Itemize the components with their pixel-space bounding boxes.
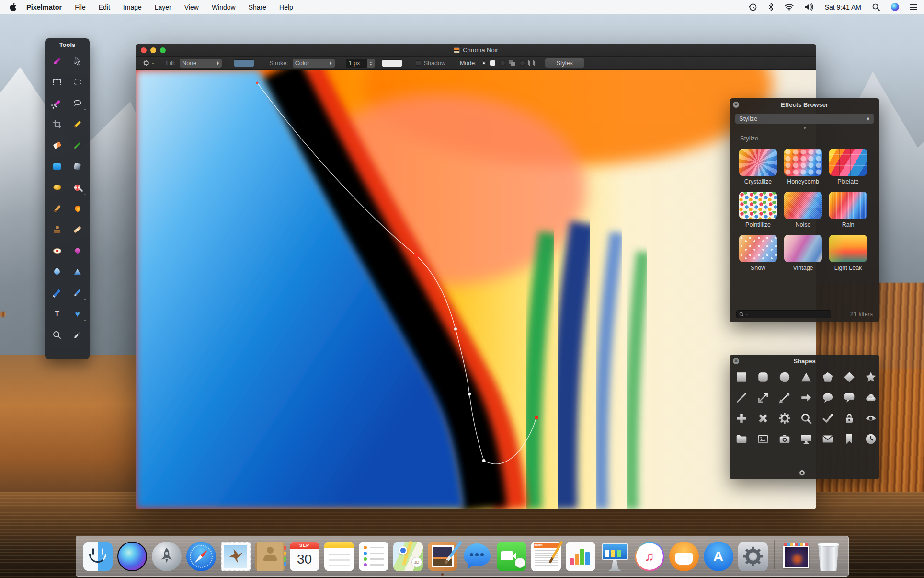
tool-gradient[interactable]	[68, 157, 87, 175]
shape-folder[interactable]	[734, 432, 749, 446]
dock-contacts[interactable]	[255, 542, 285, 571]
canvas[interactable]	[136, 70, 816, 509]
dock-messages[interactable]	[462, 542, 492, 571]
mode-radio-overlap[interactable]	[500, 60, 505, 66]
dock-itunes[interactable]	[635, 542, 664, 571]
time-machine-icon[interactable]	[749, 3, 757, 12]
tool-crop[interactable]	[48, 115, 66, 133]
path-anchor[interactable]	[482, 459, 486, 462]
stroke-popup[interactable]: Color▲▼	[293, 59, 335, 68]
tool-dodge[interactable]	[48, 178, 66, 197]
path-cursor-point[interactable]	[535, 416, 538, 419]
shape-speech-bubble[interactable]	[821, 391, 835, 405]
close-panel-button[interactable]: ✕	[733, 102, 739, 108]
tool-elliptical-marquee[interactable]	[68, 73, 87, 91]
menu-help[interactable]: Help	[279, 3, 293, 11]
tool-red-eye[interactable]	[48, 242, 66, 260]
path-anchor[interactable]	[454, 327, 457, 331]
shape-circle[interactable]	[777, 370, 792, 384]
styles-button[interactable]: Styles	[545, 58, 584, 68]
shape-bookmark[interactable]	[842, 432, 856, 446]
mode-radio-outline[interactable]	[520, 60, 525, 66]
zoom-window-button[interactable]	[160, 47, 166, 53]
dock-pages[interactable]: PAGES	[531, 542, 561, 571]
volume-icon[interactable]	[805, 3, 814, 11]
dock-keynote[interactable]	[600, 542, 630, 571]
shape-cloud[interactable]	[864, 391, 878, 405]
path-start-point[interactable]	[256, 81, 259, 84]
spotlight-icon[interactable]	[872, 3, 880, 11]
window-titlebar[interactable]: Chroma Noir	[136, 44, 816, 57]
menu-app-name[interactable]: Pixelmator	[26, 3, 62, 11]
tool-sharpen[interactable]	[68, 263, 87, 281]
stroke-color-swatch[interactable]	[382, 59, 402, 67]
tool-eraser[interactable]	[48, 136, 66, 154]
shape-plus[interactable]	[734, 411, 749, 426]
shape-picture[interactable]	[756, 432, 770, 446]
tool-freeform-pen[interactable]: ⌄	[68, 284, 87, 302]
shape-triangle[interactable]	[799, 370, 813, 384]
shape-envelope[interactable]	[821, 432, 835, 446]
fill-color-swatch[interactable]	[234, 59, 254, 67]
shape-lock[interactable]	[842, 411, 856, 426]
shape-connector[interactable]	[777, 391, 792, 405]
dock-reminders[interactable]	[359, 542, 388, 571]
shape-eye[interactable]	[864, 411, 878, 426]
siri-icon[interactable]	[891, 3, 899, 11]
stroke-width-field[interactable]: 1 px	[346, 59, 367, 68]
dock-launchpad[interactable]	[152, 542, 182, 571]
shape-line[interactable]	[734, 391, 749, 405]
menu-edit[interactable]: Edit	[99, 3, 110, 11]
menu-image[interactable]: Image	[123, 3, 142, 11]
effect-pixelate[interactable]: Pixelate	[829, 149, 867, 176]
path-anchor-selected[interactable]	[415, 254, 418, 257]
shape-clock[interactable]	[864, 432, 878, 446]
shape-camera[interactable]	[777, 432, 792, 446]
effect-vintage[interactable]: Vintage	[784, 235, 822, 262]
shape-display[interactable]	[799, 432, 813, 446]
tool-type[interactable]: T	[48, 305, 66, 323]
dock-notes[interactable]	[324, 542, 354, 571]
dock-safari[interactable]	[186, 542, 216, 571]
shape-rounded-square[interactable]	[756, 370, 770, 384]
shape-magnifier[interactable]	[799, 411, 813, 426]
tool-sparkle[interactable]	[68, 242, 87, 260]
tool-heal[interactable]	[68, 220, 87, 239]
dock-desktop-pictures-stack[interactable]	[781, 542, 811, 571]
dock-finder[interactable]	[83, 542, 113, 571]
tool-line[interactable]	[68, 136, 87, 154]
tool-paint-bucket[interactable]	[48, 157, 66, 175]
stroke-width-stepper[interactable]: ▲▼	[367, 59, 375, 68]
effects-search-field[interactable]: ⌄	[736, 310, 831, 318]
bluetooth-icon[interactable]	[768, 3, 774, 11]
dock-siri[interactable]	[117, 542, 147, 571]
tool-pen[interactable]	[48, 284, 66, 302]
tool-blur[interactable]	[48, 263, 66, 281]
path-anchor[interactable]	[468, 393, 471, 396]
tool-zoom[interactable]	[48, 326, 66, 344]
tool-move[interactable]	[48, 52, 66, 70]
menu-clock[interactable]: Sat 9:41 AM	[825, 3, 861, 11]
tool-clone-stamp[interactable]	[48, 220, 66, 239]
tool-burn[interactable]	[68, 199, 87, 218]
dock-ibooks[interactable]	[669, 542, 699, 571]
effects-category-popup[interactable]: Stylize ▲▼	[735, 114, 874, 124]
apple-menu-icon[interactable]	[10, 3, 17, 11]
menu-file[interactable]: File	[75, 3, 86, 11]
dock-maps[interactable]: 3D	[393, 542, 423, 571]
shape-diamond[interactable]	[842, 370, 856, 384]
shape-arrow[interactable]	[799, 391, 813, 405]
tool-brush[interactable]	[48, 199, 66, 218]
dock-numbers[interactable]	[566, 542, 595, 571]
effect-light-leak[interactable]: Light Leak	[829, 235, 867, 262]
toolbar-gear-button[interactable]: ⌄	[143, 59, 155, 67]
tool-arrow[interactable]	[68, 52, 87, 70]
shapes-settings-button[interactable]: ⌄	[730, 469, 879, 476]
fill-popup[interactable]: None▲▼	[180, 59, 222, 68]
shape-gear[interactable]	[777, 411, 792, 426]
shape-double-arrow[interactable]	[756, 391, 770, 405]
shape-cross[interactable]	[756, 411, 770, 426]
menu-share[interactable]: Share	[249, 3, 266, 11]
dock-facetime[interactable]	[497, 542, 526, 571]
menu-window[interactable]: Window	[212, 3, 236, 11]
